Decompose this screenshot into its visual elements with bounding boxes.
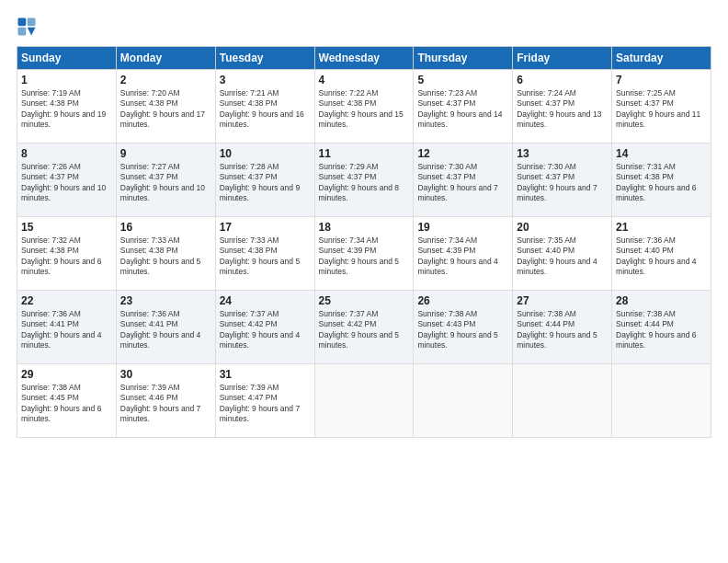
cell-details: Sunrise: 7:38 AMSunset: 4:43 PMDaylight:… [417, 309, 508, 351]
cell-details: Sunrise: 7:38 AMSunset: 4:45 PMDaylight:… [21, 383, 112, 425]
calendar-cell [414, 364, 513, 438]
cell-details: Sunrise: 7:30 AMSunset: 4:37 PMDaylight:… [417, 162, 508, 204]
day-number: 3 [220, 74, 311, 86]
cell-details: Sunrise: 7:34 AMSunset: 4:39 PMDaylight:… [417, 236, 508, 278]
calendar-table: SundayMondayTuesdayWednesdayThursdayFrid… [17, 46, 711, 438]
calendar-cell: 21Sunrise: 7:36 AMSunset: 4:40 PMDayligh… [612, 217, 711, 291]
svg-rect-0 [17, 17, 26, 26]
cell-details: Sunrise: 7:34 AMSunset: 4:39 PMDaylight:… [319, 236, 410, 278]
day-number: 30 [120, 368, 211, 381]
calendar-cell: 9Sunrise: 7:27 AMSunset: 4:37 PMDaylight… [116, 144, 215, 217]
cell-details: Sunrise: 7:21 AMSunset: 4:38 PMDaylight:… [220, 88, 311, 131]
calendar-cell: 11Sunrise: 7:29 AMSunset: 4:37 PMDayligh… [314, 144, 414, 217]
calendar-cell [612, 364, 711, 438]
cell-details: Sunrise: 7:36 AMSunset: 4:40 PMDaylight:… [616, 236, 707, 278]
day-number: 21 [616, 221, 707, 234]
calendar-cell: 4Sunrise: 7:22 AMSunset: 4:38 PMDaylight… [314, 70, 414, 144]
cell-details: Sunrise: 7:20 AMSunset: 4:38 PMDaylight:… [120, 88, 211, 131]
calendar-cell: 10Sunrise: 7:28 AMSunset: 4:37 PMDayligh… [215, 144, 314, 217]
cell-details: Sunrise: 7:25 AMSunset: 4:37 PMDaylight:… [616, 88, 707, 131]
day-number: 20 [517, 221, 608, 234]
calendar-cell: 22Sunrise: 7:36 AMSunset: 4:41 PMDayligh… [17, 291, 117, 364]
day-number: 26 [417, 294, 508, 307]
day-number: 18 [319, 221, 410, 234]
day-number: 13 [517, 147, 608, 160]
day-number: 28 [616, 294, 707, 307]
col-header-thursday: Thursday [414, 47, 513, 70]
cell-details: Sunrise: 7:39 AMSunset: 4:46 PMDaylight:… [120, 383, 211, 425]
cell-details: Sunrise: 7:32 AMSunset: 4:38 PMDaylight:… [21, 236, 112, 278]
day-number: 29 [21, 368, 112, 381]
day-number: 10 [220, 147, 311, 160]
calendar-cell: 28Sunrise: 7:38 AMSunset: 4:44 PMDayligh… [612, 291, 711, 364]
cell-details: Sunrise: 7:33 AMSunset: 4:38 PMDaylight:… [120, 236, 211, 278]
calendar-cell: 1Sunrise: 7:19 AMSunset: 4:38 PMDaylight… [17, 70, 117, 144]
cell-details: Sunrise: 7:39 AMSunset: 4:47 PMDaylight:… [220, 383, 311, 425]
cell-details: Sunrise: 7:35 AMSunset: 4:40 PMDaylight:… [517, 236, 608, 278]
cell-details: Sunrise: 7:38 AMSunset: 4:44 PMDaylight:… [616, 309, 707, 351]
day-number: 9 [120, 147, 211, 160]
col-header-sunday: Sunday [17, 47, 117, 70]
calendar-cell: 20Sunrise: 7:35 AMSunset: 4:40 PMDayligh… [513, 217, 612, 291]
day-number: 11 [319, 147, 410, 160]
calendar-cell: 2Sunrise: 7:20 AMSunset: 4:38 PMDaylight… [116, 70, 215, 144]
calendar-cell: 12Sunrise: 7:30 AMSunset: 4:37 PMDayligh… [414, 144, 513, 217]
week-row: 1Sunrise: 7:19 AMSunset: 4:38 PMDaylight… [17, 70, 711, 144]
day-number: 14 [616, 147, 707, 160]
day-number: 27 [517, 294, 608, 307]
calendar-cell: 24Sunrise: 7:37 AMSunset: 4:42 PMDayligh… [215, 291, 314, 364]
calendar-cell: 31Sunrise: 7:39 AMSunset: 4:47 PMDayligh… [215, 364, 314, 438]
svg-rect-1 [28, 17, 36, 26]
day-number: 12 [417, 147, 508, 160]
calendar-cell: 17Sunrise: 7:33 AMSunset: 4:38 PMDayligh… [215, 217, 314, 291]
cell-details: Sunrise: 7:36 AMSunset: 4:41 PMDaylight:… [120, 309, 211, 351]
cell-details: Sunrise: 7:23 AMSunset: 4:37 PMDaylight:… [417, 88, 508, 131]
day-number: 31 [220, 368, 311, 381]
calendar-cell [513, 364, 612, 438]
week-row: 22Sunrise: 7:36 AMSunset: 4:41 PMDayligh… [17, 291, 711, 364]
day-number: 2 [120, 74, 211, 86]
day-number: 4 [319, 74, 410, 86]
day-number: 22 [21, 294, 112, 307]
cell-details: Sunrise: 7:24 AMSunset: 4:37 PMDaylight:… [517, 88, 608, 131]
calendar-cell: 6Sunrise: 7:24 AMSunset: 4:37 PMDaylight… [513, 70, 612, 144]
calendar-cell: 16Sunrise: 7:33 AMSunset: 4:38 PMDayligh… [116, 217, 215, 291]
week-row: 8Sunrise: 7:26 AMSunset: 4:37 PMDaylight… [17, 144, 711, 217]
day-number: 19 [417, 221, 508, 234]
day-number: 24 [220, 294, 311, 307]
day-number: 1 [21, 74, 112, 86]
calendar-cell: 13Sunrise: 7:30 AMSunset: 4:37 PMDayligh… [513, 144, 612, 217]
day-number: 8 [21, 147, 112, 160]
page-header [17, 17, 711, 37]
calendar-cell: 3Sunrise: 7:21 AMSunset: 4:38 PMDaylight… [215, 70, 314, 144]
calendar-page: SundayMondayTuesdayWednesdayThursdayFrid… [0, 0, 728, 563]
cell-details: Sunrise: 7:31 AMSunset: 4:38 PMDaylight:… [616, 162, 707, 204]
calendar-cell: 15Sunrise: 7:32 AMSunset: 4:38 PMDayligh… [17, 217, 117, 291]
cell-details: Sunrise: 7:38 AMSunset: 4:44 PMDaylight:… [517, 309, 608, 351]
week-row: 29Sunrise: 7:38 AMSunset: 4:45 PMDayligh… [17, 364, 711, 438]
cell-details: Sunrise: 7:28 AMSunset: 4:37 PMDaylight:… [220, 162, 311, 204]
calendar-cell: 7Sunrise: 7:25 AMSunset: 4:37 PMDaylight… [612, 70, 711, 144]
day-number: 25 [319, 294, 410, 307]
cell-details: Sunrise: 7:36 AMSunset: 4:41 PMDaylight:… [21, 309, 112, 351]
logo-icon [17, 17, 37, 37]
col-header-tuesday: Tuesday [215, 47, 314, 70]
calendar-cell [314, 364, 414, 438]
col-header-friday: Friday [513, 47, 612, 70]
cell-details: Sunrise: 7:37 AMSunset: 4:42 PMDaylight:… [220, 309, 311, 351]
day-number: 16 [120, 221, 211, 234]
day-number: 7 [616, 74, 707, 86]
day-number: 15 [21, 221, 112, 234]
calendar-cell: 27Sunrise: 7:38 AMSunset: 4:44 PMDayligh… [513, 291, 612, 364]
cell-details: Sunrise: 7:27 AMSunset: 4:37 PMDaylight:… [120, 162, 211, 204]
calendar-cell: 23Sunrise: 7:36 AMSunset: 4:41 PMDayligh… [116, 291, 215, 364]
cell-details: Sunrise: 7:33 AMSunset: 4:38 PMDaylight:… [220, 236, 311, 278]
calendar-cell: 26Sunrise: 7:38 AMSunset: 4:43 PMDayligh… [414, 291, 513, 364]
cell-details: Sunrise: 7:37 AMSunset: 4:42 PMDaylight:… [319, 309, 410, 351]
logo [17, 17, 39, 37]
calendar-cell: 5Sunrise: 7:23 AMSunset: 4:37 PMDaylight… [414, 70, 513, 144]
calendar-cell: 25Sunrise: 7:37 AMSunset: 4:42 PMDayligh… [314, 291, 414, 364]
day-number: 5 [417, 74, 508, 86]
cell-details: Sunrise: 7:22 AMSunset: 4:38 PMDaylight:… [319, 88, 410, 131]
col-header-saturday: Saturday [612, 47, 711, 70]
